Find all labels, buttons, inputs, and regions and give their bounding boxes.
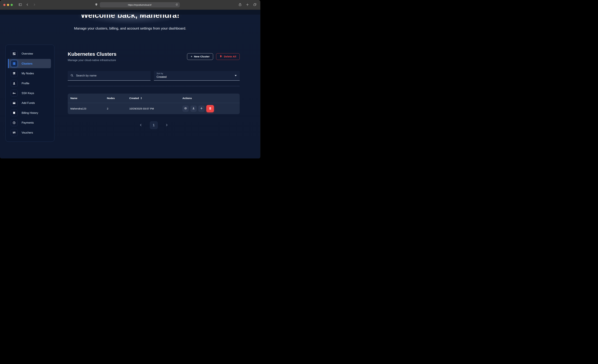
sidebar-item-label: Billing History — [22, 111, 38, 115]
sort-updown-icon: ↕ — [140, 97, 142, 100]
ticket-icon — [11, 129, 17, 136]
minimize-window-button[interactable] — [7, 4, 9, 6]
chevron-right-icon — [165, 124, 168, 127]
dashboard-icon — [11, 50, 17, 57]
close-window-button[interactable] — [3, 4, 6, 6]
row-actions — [183, 105, 237, 112]
cluster-name-cell: Mahendra123 — [70, 107, 107, 110]
sidebar-item-clusters[interactable]: Clusters — [8, 59, 51, 68]
clusters-table: Name Nodes Created ↕ Actions Mahendra123… — [68, 94, 240, 114]
sidebar-toggle-button[interactable] — [18, 3, 22, 7]
forward-icon — [33, 3, 36, 7]
nodes-icon — [11, 70, 17, 77]
sidebar-item-label: Clusters — [22, 62, 33, 65]
chevron-left-icon — [139, 124, 142, 127]
sort-label: Sort by — [157, 72, 237, 75]
sidebar-item-add-funds[interactable]: Add Funds — [8, 98, 51, 108]
user-icon — [11, 80, 17, 87]
key-icon — [11, 90, 17, 97]
column-header-name: Name — [70, 97, 107, 100]
servers-icon — [11, 60, 17, 67]
share-button[interactable] — [238, 3, 242, 7]
new-tab-button[interactable] — [246, 3, 249, 7]
credit-card-icon — [11, 99, 17, 107]
back-button[interactable] — [26, 3, 29, 7]
cluster-created-cell: 10/29/2025 03:07 PM — [129, 107, 183, 110]
sidebar-item-label: Overview — [22, 52, 33, 55]
page-number-button[interactable]: 1 — [150, 121, 158, 129]
share-icon — [238, 3, 242, 7]
welcome-subtitle: Manage your clusters, billing, and accou… — [0, 26, 260, 30]
sort-select[interactable]: Sort by Created — [154, 71, 240, 81]
search-input[interactable] — [76, 74, 148, 77]
download-kubeconfig-button[interactable] — [190, 106, 197, 112]
column-header-created[interactable]: Created ↕ — [129, 97, 183, 100]
table-header-row: Name Nodes Created ↕ Actions — [68, 94, 240, 103]
search-field[interactable] — [68, 71, 150, 81]
page-title: Kubernetes Clusters — [68, 51, 116, 57]
view-cluster-button[interactable] — [183, 106, 189, 112]
sidebar-item-label: Payments — [22, 121, 34, 124]
tabs-icon — [253, 3, 257, 7]
sidebar-item-label: SSH Keys — [22, 91, 34, 95]
sidebar-item-ssh-keys[interactable]: SSH Keys — [8, 89, 51, 98]
address-bar-url: https://myceliumcloud.tf — [128, 4, 151, 6]
clusters-section: Kubernetes Clusters Manage your cloud-na… — [68, 45, 240, 158]
sidebar-item-label: Add Funds — [22, 101, 35, 105]
next-page-button[interactable] — [165, 124, 168, 127]
sidebar-toggle-icon — [18, 3, 22, 7]
previous-page-button[interactable] — [139, 124, 142, 127]
chevron-down-icon — [235, 75, 237, 76]
content-divider — [68, 86, 240, 86]
top-nav-band — [0, 10, 260, 15]
page-subtitle: Manage your cloud-native infrastructure — [68, 58, 116, 62]
pagination: 1 — [68, 121, 240, 129]
search-icon — [70, 74, 74, 78]
plus-icon — [246, 3, 249, 7]
column-header-nodes: Nodes — [107, 97, 129, 100]
sidebar-nav: Overview Clusters — [6, 45, 54, 142]
address-bar[interactable]: https://myceliumcloud.tf — [100, 2, 180, 8]
plus-icon: + — [191, 55, 192, 58]
privacy-shield-icon[interactable] — [95, 3, 98, 7]
sidebar-item-profile[interactable]: Profile — [8, 79, 51, 88]
browser-chrome: https://myceliumcloud.tf — [0, 0, 260, 10]
trash-icon — [209, 107, 212, 110]
tab-overview-button[interactable] — [253, 3, 257, 7]
zoom-window-button[interactable] — [11, 4, 13, 6]
traffic-lights — [3, 4, 13, 6]
sidebar-item-label: My Nodes — [22, 72, 34, 75]
browser-window: https://myceliumcloud.tf — [0, 0, 260, 158]
sidebar-item-payments[interactable]: Payments — [8, 118, 51, 127]
delete-cluster-button[interactable] — [206, 105, 214, 112]
sort-value: Created — [157, 75, 237, 79]
sidebar-item-overview[interactable]: Overview — [8, 49, 51, 58]
sidebar-item-my-nodes[interactable]: My Nodes — [8, 69, 51, 78]
column-header-actions: Actions — [183, 97, 237, 100]
cluster-nodes-cell: 2 — [107, 107, 129, 110]
eye-icon — [184, 107, 187, 110]
add-node-button[interactable] — [198, 106, 205, 112]
dashboard-page: Welcome back, Mahendra! Manage your clus… — [0, 10, 260, 158]
reload-icon[interactable] — [175, 3, 178, 7]
back-icon — [26, 3, 29, 7]
sidebar-item-vouchers[interactable]: Vouchers — [8, 128, 51, 137]
table-row: Mahendra123 2 10/29/2025 03:07 PM — [68, 103, 240, 114]
sidebar-item-label: Profile — [22, 82, 29, 85]
receipt-icon — [11, 109, 17, 116]
trash-icon — [220, 55, 222, 58]
download-icon — [192, 107, 195, 110]
delete-all-button[interactable]: Delete All — [216, 53, 240, 60]
new-cluster-button[interactable]: + New Cluster — [187, 53, 213, 60]
plus-icon — [200, 107, 203, 110]
sidebar-item-label: Vouchers — [22, 131, 33, 134]
forward-button[interactable] — [33, 3, 36, 7]
sidebar-item-billing-history[interactable]: Billing History — [8, 108, 51, 117]
clock-icon — [11, 119, 17, 126]
